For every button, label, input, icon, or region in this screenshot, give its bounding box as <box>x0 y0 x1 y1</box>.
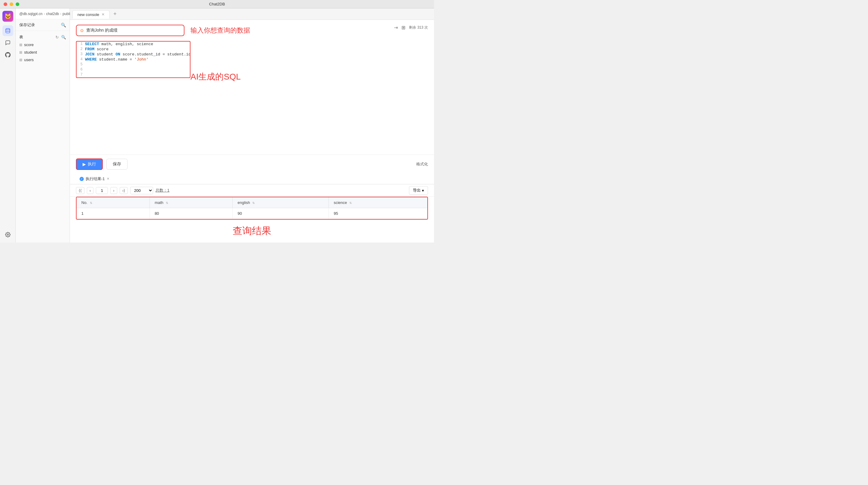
close-traffic-light[interactable] <box>4 2 7 6</box>
sidebar-item-settings[interactable] <box>2 229 13 240</box>
col-sort-no: ⇅ <box>90 201 92 204</box>
result-tab-1[interactable]: 执行结果-1 ✕ <box>76 174 113 184</box>
line-num-5: 5 <box>76 62 85 67</box>
tables-section: 表 ↻ 🔍 ⊞ score ⊞ student ⊞ users <box>16 31 70 243</box>
maximize-traffic-light[interactable] <box>16 2 19 6</box>
app-title: Chat2DB <box>209 2 225 6</box>
line-code-6 <box>85 67 190 72</box>
query-result-label: 查询结果 <box>70 220 434 243</box>
titlebar: Chat2DB <box>0 0 434 8</box>
sidebar-item-github[interactable] <box>2 50 13 60</box>
line-code-1: SELECT math, english, science <box>85 42 190 46</box>
saved-records-header: 保存记录 🔍 <box>16 19 70 31</box>
line-code-3: JOIN student ON score.student_id = stude… <box>85 52 190 57</box>
tab-label: new console <box>78 12 99 17</box>
breadcrumb-schema: chat2db <box>46 12 59 16</box>
table-icon-student: ⊞ <box>19 50 22 55</box>
breadcrumb-sep1: › <box>44 12 45 16</box>
table-item-score[interactable]: ⊞ score <box>16 41 70 48</box>
col-header-math[interactable]: math ⇅ <box>150 197 233 208</box>
col-header-no[interactable]: No. ⇅ <box>76 197 150 208</box>
line-num-2: 2 <box>76 47 85 51</box>
line-code-5 <box>85 62 190 67</box>
action-bar: ▶ 执行 保存 格式化 <box>70 155 434 173</box>
saved-search-icon[interactable]: 🔍 <box>61 23 66 27</box>
new-console-button[interactable]: ✦ 新建控制台 <box>6 243 43 243</box>
sql-line-5: 5 <box>76 62 190 67</box>
page-prev-button[interactable]: ‹ <box>87 187 93 194</box>
line-num-7: 7 <box>76 73 85 77</box>
sidebar-item-database[interactable] <box>2 25 13 36</box>
sql-editor-box[interactable]: 1 SELECT math, english, science 2 FROM s… <box>76 41 190 78</box>
page-size-select[interactable]: 200 50 100 500 <box>130 187 153 194</box>
export-button[interactable]: 导出 ▾ <box>409 186 428 195</box>
ai-hint-label: 输入你想查询的数据 <box>190 26 250 35</box>
tables-search-icon[interactable]: 🔍 <box>61 35 66 39</box>
tab-new-console[interactable]: new console ✕ <box>72 10 110 19</box>
breadcrumb: @db.sqlgpt.cn › chat2db › public ↻ <box>16 8 70 19</box>
ai-input-icon: ⊙ <box>80 28 84 33</box>
save-label: 保存 <box>113 161 121 166</box>
col-sort-math: ⇅ <box>166 201 168 204</box>
table-row: 1 80 90 95 <box>76 208 427 219</box>
ai-input-text: 查询John 的成绩 <box>86 28 118 33</box>
cell-english: 90 <box>233 208 329 219</box>
page-next-button[interactable]: › <box>110 187 117 194</box>
col-sort-science: ⇅ <box>349 201 352 204</box>
col-sort-english: ⇅ <box>252 201 255 204</box>
col-header-no-label: No. <box>82 200 87 205</box>
data-table-wrapper: No. ⇅ math ⇅ english ⇅ science <box>76 197 428 220</box>
line-num-1: 1 <box>76 42 85 46</box>
table-item-student[interactable]: ⊞ student <box>16 48 70 56</box>
execute-button[interactable]: ▶ 执行 <box>76 158 103 170</box>
result-tab-close-icon[interactable]: ✕ <box>107 177 110 181</box>
line-num-6: 6 <box>76 67 85 72</box>
export-chevron-icon: ▾ <box>422 188 424 193</box>
svg-point-1 <box>7 234 8 235</box>
traffic-lights <box>4 2 19 6</box>
line-code-2: FROM score <box>85 47 190 52</box>
tables-header: 表 ↻ 🔍 <box>16 33 70 41</box>
ai-sql-label: AI生成的SQL <box>190 71 241 83</box>
ai-input-box[interactable]: ⊙ 查询John 的成绩 <box>76 25 184 36</box>
format-button[interactable]: 格式化 <box>416 161 428 167</box>
cell-math: 80 <box>150 208 233 219</box>
result-tabs: 执行结果-1 ✕ <box>70 173 434 184</box>
app-logo: 🐱 <box>2 11 13 22</box>
result-status-icon <box>80 177 84 181</box>
col-header-science[interactable]: science ⇅ <box>329 197 427 208</box>
ai-input-wrapper: ⊙ 查询John 的成绩 输入你想查询的数据 <box>76 25 428 36</box>
execute-play-icon: ▶ <box>83 162 86 167</box>
tab-add-button[interactable]: + <box>112 11 118 17</box>
tables-refresh-icon[interactable]: ↻ <box>56 35 59 39</box>
page-last-button[interactable]: ›⟩ <box>120 187 128 194</box>
svg-point-0 <box>6 29 10 30</box>
line-num-4: 4 <box>76 57 85 61</box>
col-header-math-label: math <box>155 200 163 205</box>
line-code-4: WHERE student.name = 'John' <box>85 57 190 62</box>
tables-header-icons: ↻ 🔍 <box>56 35 66 39</box>
sql-line-6: 6 <box>76 67 190 72</box>
tables-title: 表 <box>19 35 23 40</box>
col-header-english[interactable]: english ⇅ <box>233 197 329 208</box>
save-button[interactable]: 保存 <box>106 159 127 170</box>
sidebar-item-messages[interactable] <box>2 37 13 48</box>
line-num-3: 3 <box>76 52 85 56</box>
table-name-student: student <box>24 50 37 55</box>
sql-line-1: 1 SELECT math, english, science <box>76 41 190 47</box>
app-container: 🐱 @db.sqlgpt.cn <box>0 8 434 243</box>
tab-close-icon[interactable]: ✕ <box>101 12 104 17</box>
page-first-button[interactable]: ⟨⟨ <box>76 187 84 194</box>
table-name-score: score <box>24 42 34 47</box>
table-header-row: No. ⇅ math ⇅ english ⇅ science <box>76 197 427 208</box>
minimize-traffic-light[interactable] <box>10 2 13 6</box>
table-name-users: users <box>24 58 34 62</box>
page-number-input[interactable]: 1 <box>96 187 108 194</box>
cell-no: 1 <box>76 208 150 219</box>
pagination-bar: ⟨⟨ ‹ 1 › ›⟩ 200 50 100 500 总数：1 导出 ▾ <box>70 184 434 197</box>
result-tab-label: 执行结果-1 <box>86 176 105 182</box>
breadcrumb-sep2: › <box>60 12 61 16</box>
editor-area: ⇥ ⊞ 剩余 313 次 ⊙ 查询John 的成绩 输入你想查询的数据 1 SE… <box>70 20 434 155</box>
table-item-users[interactable]: ⊞ users <box>16 56 70 64</box>
icon-sidebar: 🐱 <box>0 8 16 243</box>
